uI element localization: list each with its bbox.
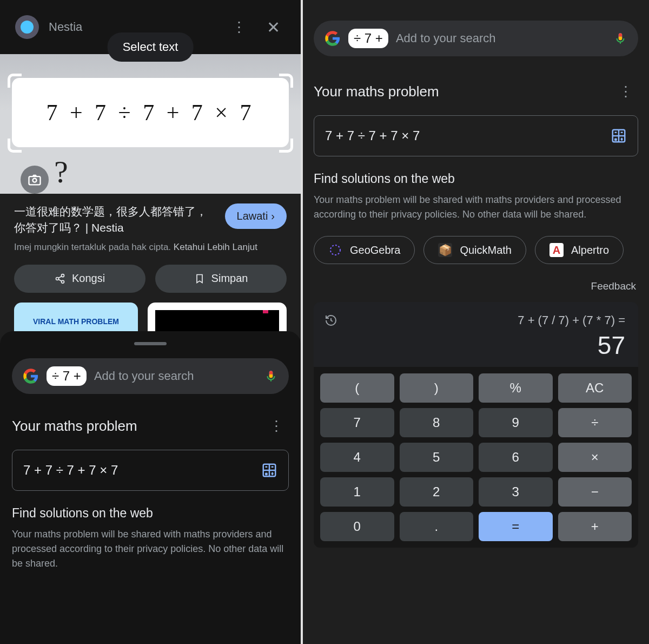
calc-result: 57 [327,331,625,360]
lens-camera-button[interactable] [21,166,49,194]
more-icon[interactable]: ⋮ [227,14,251,41]
feedback-link[interactable]: Feedback [316,280,636,292]
mic-icon[interactable] [264,369,278,383]
search-bottom-sheet: ÷ 7 + Add to your search Your maths prob… [0,331,301,644]
calculator-card: 7 + (7 / 7) + (7 * 7) = 57 ()%AC789÷456×… [314,302,638,548]
privacy-disclaimer: Your maths problem will be shared with m… [314,193,638,222]
provider-quickmath[interactable]: 📦 QuickMath [423,236,526,264]
calc-key-6[interactable]: 6 [479,443,553,472]
save-button[interactable]: Simpan [155,265,287,293]
visit-label: Lawati [237,210,268,222]
svg-point-2 [61,274,64,277]
provider-label: QuickMath [460,244,512,257]
bookmark-icon [194,273,205,284]
sheet-drag-handle[interactable] [134,342,167,345]
provider-geogebra[interactable]: GeoGebra [314,236,415,264]
quickmath-icon: 📦 [438,243,452,257]
svg-point-7 [330,245,340,255]
close-icon[interactable]: ✕ [261,15,286,40]
provider-alpertron[interactable]: A Alpertro [535,236,624,264]
result-title[interactable]: 一道很难的数学题，很多人都答错了，你答对了吗？ | Nestia [14,203,216,236]
recognized-equation: 7 + 7 ÷ 7 + 7 × 7 [12,78,289,147]
privacy-disclaimer: Your maths problem will be shared with m… [12,527,289,571]
calculator-keypad: ()%AC789÷456×123−0.=+ [314,367,638,548]
more-icon[interactable]: ⋮ [613,78,638,106]
calc-key-1[interactable]: 1 [320,477,394,507]
google-logo-icon [23,368,39,384]
lens-image-area[interactable]: 7 + 7 ÷ 7 + 7 × 7 ? [0,54,301,194]
provider-label: GeoGebra [350,244,400,257]
calc-key-%[interactable]: % [479,373,553,403]
search-chip[interactable]: ÷ 7 + [47,366,87,386]
calc-key-9[interactable]: 9 [479,408,553,437]
calc-key-([interactable]: ( [320,373,394,403]
calc-key-÷[interactable]: ÷ [558,408,632,437]
maths-problem-heading-row: Your maths problem ⋮ [314,78,638,106]
question-mark-icon: ? [54,154,68,190]
svg-rect-0 [29,176,41,185]
search-bar[interactable]: ÷ 7 + Add to your search [12,358,289,394]
calc-key-4[interactable]: 4 [320,443,394,472]
maths-expression: 7 + 7 ÷ 7 + 7 × 7 [23,463,118,478]
calc-key-)[interactable]: ) [400,373,474,403]
chevron-right-icon: › [271,210,275,222]
calc-key-+[interactable]: + [558,512,632,541]
calculator-display: 7 + (7 / 7) + (7 * 7) = 57 [314,302,638,367]
provider-label: Alpertro [571,244,609,257]
share-icon [55,273,65,284]
search-chip[interactable]: ÷ 7 + [348,29,388,48]
calculator-icon[interactable] [261,462,277,478]
maths-problem-heading: Your maths problem [12,418,137,435]
geogebra-icon [328,243,342,257]
more-icon[interactable]: ⋮ [264,412,289,440]
history-icon[interactable] [325,314,337,329]
visit-button[interactable]: Lawati › [225,203,287,229]
google-logo-icon [325,30,341,47]
share-label: Kongsi [72,272,105,285]
calc-key-−[interactable]: − [558,477,632,507]
calc-key-7[interactable]: 7 [320,408,394,437]
thumb-label: VIRAL MATH PROBLEM [33,317,119,326]
alpertron-icon: A [549,243,564,257]
maths-problem-box[interactable]: 7 + 7 ÷ 7 + 7 × 7 [12,450,289,491]
image-result-card: 一道很难的数学题，很多人都答错了，你答对了吗？ | Nestia Lawati … [0,194,301,346]
maths-problem-heading: Your maths problem [314,83,439,100]
svg-point-3 [56,277,58,280]
share-button[interactable]: Kongsi [14,265,145,293]
calc-key-2[interactable]: 2 [400,477,474,507]
learn-more-link[interactable]: Ketahui Lebih Lanjut [174,242,257,252]
find-solutions-heading: Find solutions on the web [314,172,638,186]
calc-key-3[interactable]: 3 [479,477,553,507]
right-screenshot: ÷ 7 + Add to your search Your maths prob… [301,0,649,644]
svg-point-1 [33,179,37,182]
maths-expression: 7 + 7 ÷ 7 + 7 × 7 [325,128,420,143]
caption-text: Imej mungkin tertakluk pada hak cipta. [14,242,171,252]
copyright-caption: Imej mungkin tertakluk pada hak cipta. K… [14,242,287,253]
source-avatar[interactable] [15,15,39,39]
calc-key-0[interactable]: 0 [320,512,394,541]
find-solutions-heading: Find solutions on the web [12,506,289,521]
search-placeholder: Add to your search [396,31,606,45]
calc-key-=[interactable]: = [479,512,553,541]
calc-key-5[interactable]: 5 [400,443,474,472]
maths-problem-heading-row: Your maths problem ⋮ [12,412,289,440]
search-bar[interactable]: ÷ 7 + Add to your search [314,21,638,56]
save-label: Simpan [211,272,248,285]
provider-chips: GeoGebra 📦 QuickMath A Alpertro [314,236,638,264]
svg-point-4 [61,280,64,283]
calc-key-8[interactable]: 8 [400,408,474,437]
calc-expression: 7 + (7 / 7) + (7 * 7) = [327,313,625,327]
camera-icon [27,172,42,187]
maths-problem-box[interactable]: 7 + 7 ÷ 7 + 7 × 7 [314,115,638,156]
mic-icon[interactable] [613,31,627,45]
left-screenshot: Nestia ⋮ ✕ Select text 7 + 7 ÷ 7 + 7 × 7… [0,0,301,644]
calc-key-AC[interactable]: AC [558,373,632,403]
select-text-toast[interactable]: Select text [108,32,194,62]
calc-key-×[interactable]: × [558,443,632,472]
search-placeholder: Add to your search [94,369,256,383]
calc-key-.[interactable]: . [400,512,474,541]
calculator-icon[interactable] [611,128,627,144]
